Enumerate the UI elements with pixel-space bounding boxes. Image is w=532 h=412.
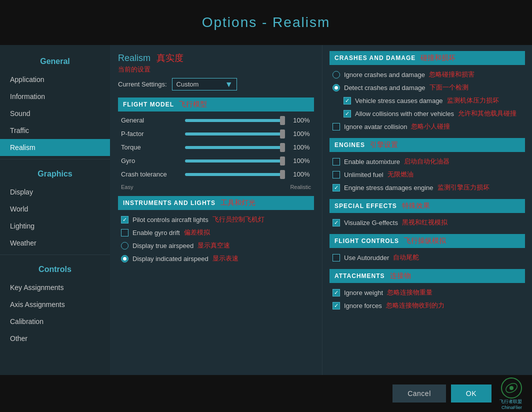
checkbox-gyro-drift-label: Enable gyro drift: [132, 229, 180, 236]
checkbox-ignore-avatar-input[interactable]: [332, 123, 340, 130]
radio-ignore-crashes-input[interactable]: [332, 71, 340, 78]
main-layout: General Application Information Sound Tr…: [0, 45, 532, 375]
checkbox-gyro-drift-input[interactable]: [121, 229, 128, 236]
crashes-header: CRASHES AND DAMAGE 碰撞和损坏: [330, 51, 525, 65]
checkbox-unlimited-fuel-cn: 无限燃油: [388, 170, 414, 179]
checkbox-pilot-lights-cn: 飞行员控制飞机灯: [212, 215, 264, 224]
checkbox-ignore-avatar-cn: 忽略小人碰撞: [411, 122, 450, 131]
realism-header: Realism 真实度: [118, 52, 314, 64]
sidebar-item-key-assignments[interactable]: Key Assignments: [0, 279, 110, 296]
checkbox-engine-stress-cn: 监测引擎压力损坏: [438, 183, 490, 192]
slider-crash-tolerance-value: 100: [289, 170, 304, 178]
slider-range-labels: Easy Realistic: [118, 184, 314, 190]
sidebar-item-lighting[interactable]: Lighting: [0, 218, 110, 234]
checkbox-unlimited-fuel-label: Unlimited fuel: [344, 171, 384, 178]
flight-controls-section: FLIGHT CONTROLS 飞行操纵模拟 Use Autorudder 自动…: [330, 234, 525, 262]
slider-gyro: Gyro 100 %: [118, 157, 314, 164]
sidebar-item-calibration[interactable]: Calibration: [0, 313, 110, 330]
instruments-header: INSTRUMENTS AND LIGHTS 工具和灯光: [118, 196, 314, 210]
general-section-title: General: [0, 50, 110, 71]
engines-section: ENGINES 引擎设置 Enable automixture 启动自动化油器 …: [330, 138, 525, 192]
checkbox-autorudder-input[interactable]: [332, 254, 340, 262]
radio-ignore-crashes-label: Ignore crashes and damage: [344, 71, 425, 78]
checkbox-autorudder-label: Use Autorudder: [344, 254, 389, 262]
slider-crash-tolerance: Crash tolerance 100 %: [118, 170, 314, 178]
slider-crash-tolerance-track[interactable]: [185, 173, 285, 176]
checkbox-engine-stress: Engine stress damages engine 监测引擎压力损坏: [330, 183, 525, 192]
bottom-bar: Cancel OK 飞行者联盟 ChinaFlier: [0, 375, 532, 412]
sidebar-item-other[interactable]: Other: [0, 330, 110, 347]
sidebar-item-realism[interactable]: Realism: [0, 139, 110, 156]
checkbox-unlimited-fuel: Unlimited fuel 无限燃油: [330, 170, 525, 179]
flight-model-cn: 飞行模型: [179, 100, 207, 109]
sidebar-item-display[interactable]: Display: [0, 184, 110, 200]
special-effects-section: SPECIAL EFFECTS 特殊效果 Visualize G-effects…: [330, 199, 525, 227]
slider-general-track[interactable]: [185, 119, 285, 122]
checkbox-allow-collisions-cn: 允许和其他载具碰撞: [458, 109, 516, 118]
crashes-section: CRASHES AND DAMAGE 碰撞和损坏 Ignore crashes …: [330, 51, 525, 131]
checkbox-pilot-lights-label: Pilot controls aircraft lights: [132, 216, 208, 224]
slider-gyro-track[interactable]: [185, 160, 285, 162]
checkbox-g-effects-input[interactable]: [332, 219, 340, 226]
checkbox-allow-collisions-input[interactable]: [344, 110, 351, 118]
checkbox-g-effects: Visualize G-effects 黑视和红视模拟: [330, 218, 525, 227]
range-easy: Easy: [121, 184, 133, 190]
checkbox-pilot-lights-input[interactable]: [121, 216, 128, 224]
checkbox-ignore-weight-label: Ignore weight: [344, 289, 383, 296]
flight-controls-cn: 飞行操纵模拟: [404, 236, 446, 246]
checkbox-pilot-lights: Pilot controls aircraft lights 飞行员控制飞机灯: [118, 215, 314, 224]
checkbox-g-effects-cn: 黑视和红视模拟: [402, 218, 448, 227]
ok-button[interactable]: OK: [451, 384, 492, 402]
sidebar-divider-1: [0, 159, 110, 160]
sidebar-item-sound[interactable]: Sound: [0, 105, 110, 122]
checkbox-engine-stress-input[interactable]: [332, 184, 340, 192]
radio-detect-crashes-input[interactable]: [332, 84, 340, 92]
checkbox-vehicle-stress-label: Vehicle stress causes damage: [355, 97, 443, 104]
special-en: SPECIAL EFFECTS: [334, 202, 397, 210]
instruments-en: INSTRUMENTS AND LIGHTS: [123, 200, 216, 206]
checkbox-vehicle-stress-input[interactable]: [344, 97, 351, 104]
checkbox-automixture-label: Enable automixture: [344, 158, 400, 166]
checkbox-gyro-drift: Enable gyro drift 偏差模拟: [118, 228, 314, 237]
realism-title-cn: 真实度: [156, 52, 184, 64]
slider-general-value: 100: [289, 116, 304, 124]
current-settings-label: Current Settings:: [118, 80, 167, 88]
sidebar-item-weather[interactable]: Weather: [0, 234, 110, 252]
slider-pfactor-value: 100: [289, 130, 304, 138]
sidebar-item-information[interactable]: Information: [0, 88, 110, 105]
sidebar-item-traffic[interactable]: Traffic: [0, 122, 110, 139]
attachments-section: ATTACHMENTS 连接物 Ignore weight 忽略连接物重量 Ig…: [330, 269, 525, 310]
radio-detect-crashes-cn: 下面一个检测: [430, 83, 468, 92]
checkbox-automixture: Enable automixture 启动自动化油器: [330, 157, 525, 166]
watermark-line1: 飞行者联盟: [500, 398, 522, 405]
radio-true-airspeed-input[interactable]: [121, 242, 128, 250]
slider-torque: Torque 100 %: [118, 144, 314, 151]
current-settings-dropdown-wrapper[interactable]: Custom Easy Medium Hard Realistic ▼: [172, 78, 237, 90]
flight-controls-header: FLIGHT CONTROLS 飞行操纵模拟: [330, 234, 525, 248]
title-bar: Options - Realism: [0, 0, 532, 45]
sidebar-item-application[interactable]: Application: [0, 71, 110, 88]
attachments-en: ATTACHMENTS: [334, 272, 385, 280]
radio-true-airspeed-cn: 显示真空速: [198, 241, 230, 250]
slider-gyro-label: Gyro: [121, 157, 181, 164]
checkbox-unlimited-fuel-input[interactable]: [332, 171, 340, 178]
flight-controls-en: FLIGHT CONTROLS: [334, 238, 399, 244]
checkbox-engine-stress-label: Engine stress damages engine: [344, 184, 434, 192]
slider-pfactor-track[interactable]: [185, 132, 285, 136]
current-settings-dropdown[interactable]: Custom Easy Medium Hard Realistic: [172, 78, 237, 90]
checkbox-ignore-forces-input[interactable]: [332, 302, 340, 310]
instruments-cn: 工具和灯光: [220, 198, 256, 208]
slider-general-label: General: [121, 116, 181, 124]
sidebar-item-world[interactable]: World: [0, 200, 110, 218]
right-panel: CRASHES AND DAMAGE 碰撞和损坏 Ignore crashes …: [322, 45, 532, 375]
flight-model-header: FLIGHT MODEL 飞行模型: [118, 98, 314, 112]
checkbox-ignore-forces-label: Ignore forces: [344, 302, 382, 310]
slider-torque-track[interactable]: [185, 146, 285, 149]
checkbox-autorudder: Use Autorudder 自动尾舵: [330, 253, 525, 262]
crashes-en: CRASHES AND DAMAGE: [334, 54, 416, 62]
radio-indicated-airspeed-input[interactable]: [121, 255, 128, 262]
checkbox-automixture-input[interactable]: [332, 158, 340, 166]
checkbox-ignore-weight-input[interactable]: [332, 289, 340, 296]
cancel-button[interactable]: Cancel: [392, 384, 446, 402]
sidebar-item-axis-assignments[interactable]: Axis Assignments: [0, 296, 110, 313]
